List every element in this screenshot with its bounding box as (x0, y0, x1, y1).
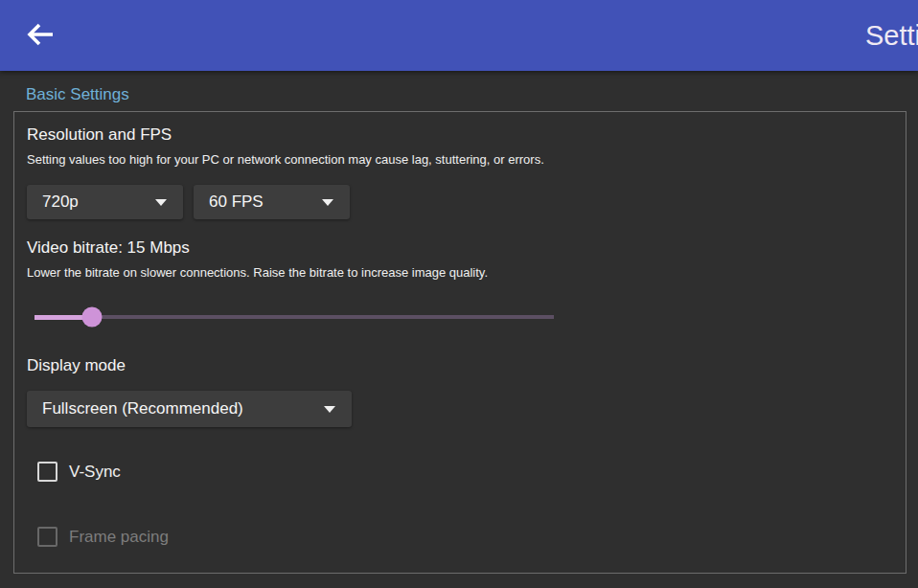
vsync-label: V-Sync (69, 463, 121, 482)
resolution-fps-description: Setting values too high for your PC or n… (27, 152, 893, 168)
display-mode-value: Fullscreen (Recommended) (42, 399, 243, 418)
vsync-checkbox[interactable] (37, 462, 57, 482)
main-content: Basic Settings Resolution and FPS Settin… (0, 71, 918, 574)
fps-dropdown[interactable]: 60 FPS (194, 185, 350, 219)
display-mode-dropdown[interactable]: Fullscreen (Recommended) (27, 391, 352, 427)
page-title: Settings (865, 0, 918, 71)
toolbar: Settings (0, 0, 918, 71)
back-button[interactable] (17, 12, 63, 58)
slider-track[interactable] (34, 315, 554, 319)
resolution-fps-controls: 720p 60 FPS (27, 185, 893, 219)
arrow-left-icon (25, 21, 56, 51)
settings-page: Settings Basic Settings Resolution and F… (0, 0, 918, 588)
chevron-down-icon (155, 199, 167, 206)
fps-value: 60 FPS (209, 192, 264, 211)
frame-pacing-checkbox (37, 527, 57, 547)
bitrate-title: Video bitrate: 15 Mbps (27, 237, 893, 258)
frame-pacing-label: Frame pacing (69, 528, 169, 547)
frame-pacing-checkbox-row: Frame pacing (37, 527, 893, 547)
resolution-dropdown[interactable]: 720p (27, 185, 183, 219)
basic-settings-group: Resolution and FPS Setting values too hi… (13, 111, 907, 574)
chevron-down-icon (324, 406, 335, 413)
chevron-down-icon (322, 199, 333, 206)
slider-handle[interactable] (81, 307, 102, 328)
bitrate-description: Lower the bitrate on slower connections.… (27, 265, 893, 281)
section-title: Basic Settings (26, 84, 918, 104)
resolution-value: 720p (42, 192, 79, 211)
display-mode-title: Display mode (27, 355, 893, 375)
vsync-checkbox-row[interactable]: V-Sync (37, 462, 893, 482)
resolution-fps-title: Resolution and FPS (27, 124, 893, 145)
bitrate-slider[interactable] (34, 307, 554, 327)
